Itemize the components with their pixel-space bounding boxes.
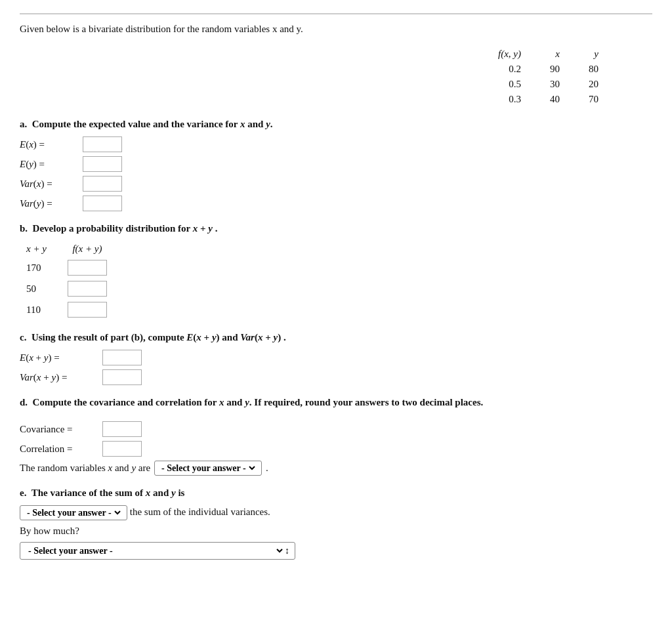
- varxy-row: Var(x + y) =: [20, 369, 652, 385]
- part-b-section: b. Develop a probability distribution fo…: [20, 223, 652, 320]
- prob-val-170[interactable]: [57, 257, 117, 278]
- dist-table-cell: 40: [536, 92, 574, 107]
- prob-table-row-110: 110: [26, 299, 117, 320]
- dist-table-cell: 20: [574, 77, 613, 92]
- relation-text-post: .: [266, 463, 268, 474]
- prob-input-110[interactable]: [68, 302, 107, 318]
- varxy-input[interactable]: [102, 369, 142, 385]
- cov-row: Covariance =: [20, 421, 652, 437]
- corr-input[interactable]: [102, 441, 142, 457]
- vary-row: Var(y) =: [20, 196, 652, 211]
- prob-dist-table: x + y f(x + y) 170 50 110: [26, 241, 117, 320]
- corr-row: Correlation =: [20, 441, 652, 457]
- table-header-fxy: f(x, y): [484, 47, 536, 62]
- part-c-section: c. Using the result of part (b), compute…: [20, 332, 652, 385]
- part-b-label: b. Develop a probability distribution fo…: [20, 223, 652, 234]
- dist-table-row: 0.53020: [484, 77, 613, 92]
- dist-table-cell: 90: [536, 62, 574, 77]
- part-a-section: a. Compute the expected value and the va…: [20, 119, 652, 211]
- prob-sum-50: 50: [26, 278, 57, 299]
- dist-table-cell: 70: [574, 92, 613, 107]
- varx-label: Var(x) =: [20, 178, 79, 190]
- part-e-section: e. The variance of the sum of x and y is…: [20, 487, 652, 560]
- ey-row: E(y) =: [20, 156, 652, 172]
- vary-label: Var(y) =: [20, 198, 79, 209]
- prob-dist-table-area: x + y f(x + y) 170 50 110: [20, 241, 652, 320]
- distribution-table: f(x, y) x y 0.290800.530200.34070: [484, 47, 613, 107]
- prob-table-header-sum: x + y: [26, 241, 57, 257]
- corr-label: Correlation =: [20, 444, 98, 455]
- table-header-x: x: [536, 47, 574, 62]
- relation-select[interactable]: - Select your answer - positively relate…: [159, 463, 257, 474]
- part-e-label: e. The variance of the sum of x and y is: [20, 487, 652, 499]
- dist-table-cell: 30: [536, 77, 574, 92]
- prob-table-header-fsum: f(x + y): [57, 241, 117, 257]
- prob-sum-110: 110: [26, 299, 57, 320]
- by-how-much-select[interactable]: - Select your answer - 0 positive amount…: [26, 545, 285, 556]
- chevron-down-icon: ↕: [285, 546, 289, 556]
- varx-input[interactable]: [83, 176, 122, 192]
- dist-table-cell: 80: [574, 62, 613, 77]
- dist-table-cell: 0.5: [484, 77, 536, 92]
- varx-row: Var(x) =: [20, 176, 652, 192]
- ey-input[interactable]: [83, 156, 122, 172]
- cov-input[interactable]: [102, 421, 142, 437]
- table-header-y: y: [574, 47, 613, 62]
- part-c-label: c. Using the result of part (b), compute…: [20, 332, 652, 343]
- prob-input-50[interactable]: [68, 281, 107, 297]
- varxy-label: Var(x + y) =: [20, 372, 98, 383]
- prob-val-50[interactable]: [57, 278, 117, 299]
- ey-label: E(y) =: [20, 159, 79, 170]
- random-var-relation-row: The random variables x and y are - Selec…: [20, 461, 652, 476]
- part-d-section: d. Compute the covariance and correlatio…: [20, 397, 652, 476]
- dist-table-cell: 0.2: [484, 62, 536, 77]
- part-a-label: a. Compute the expected value and the va…: [20, 119, 652, 130]
- part-d-label: d. Compute the covariance and correlatio…: [20, 397, 652, 408]
- ex-row: E(x) =: [20, 136, 652, 152]
- exy-row: E(x + y) =: [20, 350, 652, 365]
- exy-label: E(x + y) =: [20, 352, 98, 363]
- prob-table-row-170: 170: [26, 257, 117, 278]
- distribution-table-area: f(x, y) x y 0.290800.530200.34070: [20, 47, 613, 107]
- by-how-much-select-wrapper[interactable]: - Select your answer - 0 positive amount…: [20, 542, 652, 560]
- prob-sum-170: 170: [26, 257, 57, 278]
- intro-text: Given below is a bivariate distribution …: [20, 24, 652, 35]
- by-how-much-area: By how much? - Select your answer - 0 po…: [20, 526, 652, 560]
- ex-input[interactable]: [83, 136, 122, 152]
- dist-table-cell: 0.3: [484, 92, 536, 107]
- cov-label: Covariance =: [20, 424, 98, 435]
- variance-comparison-select[interactable]: - Select your answer - equal to greater …: [24, 507, 123, 518]
- by-how-much-select-container[interactable]: - Select your answer - 0 positive amount…: [20, 542, 295, 560]
- prob-val-110[interactable]: [57, 299, 117, 320]
- relation-select-wrapper[interactable]: - Select your answer - positively relate…: [154, 461, 262, 476]
- relation-text-pre: The random variables x and y are: [20, 463, 150, 474]
- vary-input[interactable]: [83, 196, 122, 211]
- dist-table-row: 0.29080: [484, 62, 613, 77]
- variance-comparison-select-wrapper[interactable]: - Select your answer - equal to greater …: [20, 505, 127, 520]
- prob-input-170[interactable]: [68, 260, 107, 276]
- dist-table-row: 0.34070: [484, 92, 613, 107]
- exy-input[interactable]: [102, 350, 142, 365]
- prob-table-row-50: 50: [26, 278, 117, 299]
- by-how-much-label: By how much?: [20, 526, 652, 537]
- ex-label: E(x) =: [20, 139, 79, 150]
